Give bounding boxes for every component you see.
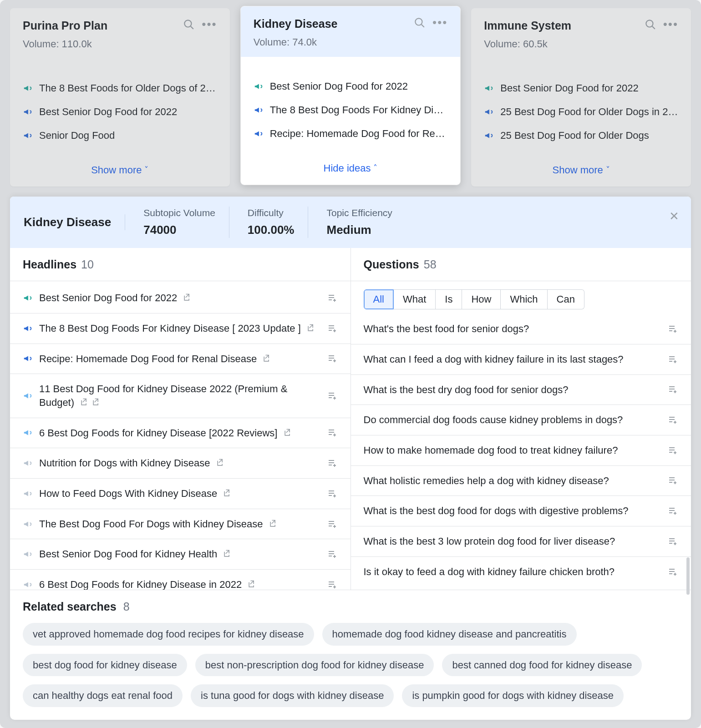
card-volume: Volume: 74.0k (254, 35, 338, 49)
question-row[interactable]: How to make homemade dog food to treat k… (351, 435, 691, 466)
add-to-list-icon[interactable] (667, 506, 678, 516)
external-link-icon[interactable] (223, 488, 232, 497)
add-to-list-icon[interactable] (327, 519, 338, 530)
scrollbar-thumb[interactable] (686, 557, 690, 595)
megaphone-icon (23, 293, 33, 303)
external-link-icon[interactable] (283, 427, 292, 436)
idea-line[interactable]: Senior Dog Food (23, 129, 217, 142)
megaphone-icon (254, 81, 264, 91)
add-to-list-icon[interactable] (667, 445, 678, 456)
question-row[interactable]: What can I feed a dog with kidney failur… (351, 344, 691, 375)
filter-what[interactable]: What (394, 289, 436, 309)
filter-all[interactable]: All (364, 289, 394, 309)
external-link-icon[interactable] (306, 323, 315, 332)
question-row[interactable]: What is the best dog food for dogs with … (351, 496, 691, 526)
headline-row[interactable]: 6 Best Dog Foods for Kidney Disease [202… (10, 418, 350, 449)
question-row[interactable]: What is the best 3 low protein dog food … (351, 526, 691, 557)
add-to-list-icon[interactable] (667, 324, 678, 334)
related-chip[interactable]: homemade dog food kidney disease and pan… (322, 623, 577, 646)
idea-line[interactable]: Best Senior Dog Food for 2022 (254, 80, 448, 93)
add-to-list-icon[interactable] (667, 536, 678, 547)
question-row[interactable]: Do commercial dog foods cause kidney pro… (351, 405, 691, 435)
more-icon[interactable]: ••• (202, 18, 217, 30)
headline-label: Nutrition for Dogs with Kidney Disease (39, 456, 320, 470)
question-text: What holistic remedies help a dog with k… (364, 474, 661, 488)
idea-line[interactable]: Best Senior Dog Food for 2022 (23, 105, 217, 119)
add-to-list-icon[interactable] (667, 384, 678, 395)
external-link-icon[interactable] (262, 353, 271, 362)
external-link-icon[interactable] (91, 397, 101, 406)
external-link-icon[interactable] (269, 518, 278, 527)
add-to-list-icon[interactable] (327, 353, 338, 364)
more-icon[interactable]: ••• (432, 16, 447, 28)
more-icon[interactable]: ••• (663, 18, 678, 30)
external-link-icon[interactable] (183, 292, 192, 301)
filter-which[interactable]: Which (501, 289, 547, 309)
headline-row[interactable]: Recipe: Homemade Dog Food for Renal Dise… (10, 344, 350, 374)
add-to-list-icon[interactable] (667, 354, 678, 365)
add-to-list-icon[interactable] (327, 323, 338, 334)
related-chip[interactable]: is pumpkin good for dogs with kidney dis… (402, 684, 624, 707)
search-icon[interactable] (183, 18, 194, 30)
related-chip[interactable]: best dog food for kidney disease (23, 654, 187, 677)
filter-how[interactable]: How (462, 289, 501, 309)
headline-row[interactable]: 6 Best Dog Foods for Kidney Disease in 2… (10, 570, 350, 590)
question-text: What is the best dry dog food for senior… (364, 383, 661, 397)
headline-row[interactable]: Best Senior Dog Food for Kidney Health (10, 539, 350, 570)
add-to-list-icon[interactable] (327, 390, 338, 401)
megaphone-icon (23, 489, 33, 499)
topic-card[interactable]: Immune System Volume: 60.5k ••• Best Sen… (471, 8, 691, 187)
idea-line[interactable]: Best Senior Dog Food for 2022 (484, 81, 678, 95)
add-to-list-icon[interactable] (327, 488, 338, 499)
add-to-list-icon[interactable] (667, 566, 678, 577)
headline-row[interactable]: Best Senior Dog Food for 2022 (10, 283, 350, 313)
question-row[interactable]: What holistic remedies help a dog with k… (351, 466, 691, 496)
megaphone-icon (23, 391, 33, 401)
headline-row[interactable]: The 8 Best Dog Foods For Kidney Disease … (10, 313, 350, 344)
add-to-list-icon[interactable] (667, 475, 678, 486)
search-icon[interactable] (644, 18, 656, 30)
headline-text: Recipe: Homemade Dog Food for Renal Dise… (39, 353, 257, 364)
close-icon[interactable]: ✕ (669, 208, 679, 224)
related-chip[interactable]: best canned dog food for kidney disease (442, 654, 642, 677)
related-chip[interactable]: is tuna good for dogs with kidney diseas… (191, 684, 394, 707)
add-to-list-icon[interactable] (327, 458, 338, 469)
question-row[interactable]: What is the best dry dog food for senior… (351, 375, 691, 405)
question-row[interactable]: What's the best food for senior dogs? (351, 314, 691, 344)
question-row[interactable]: Is it okay to feed a dog with kidney fai… (351, 557, 691, 587)
add-to-list-icon[interactable] (327, 427, 338, 438)
related-chip[interactable]: best non-prescription dog food for kidne… (195, 654, 434, 677)
external-link-icon[interactable] (80, 397, 89, 406)
filter-can[interactable]: Can (548, 289, 584, 309)
stat-difficulty: Difficulty 100.00% (248, 207, 309, 238)
external-link-icon[interactable] (216, 457, 225, 466)
related-chip[interactable]: vet approved homemade dog food recipes f… (23, 623, 314, 646)
headline-row[interactable]: 11 Best Dog Food for Kidney Disease 2022… (10, 374, 350, 418)
topic-card[interactable]: Kidney Disease Volume: 74.0k ••• Best Se… (241, 6, 461, 185)
filter-is[interactable]: Is (436, 289, 462, 309)
external-link-icon[interactable] (247, 579, 256, 588)
add-to-list-icon[interactable] (667, 415, 678, 425)
headline-row[interactable]: How to Feed Dogs With Kidney Disease (10, 479, 350, 509)
idea-line[interactable]: 25 Best Dog Food for Older Dogs in 2022 (484, 105, 678, 119)
questions-column: Questions 58 AllWhatIsHowWhichCan What's… (351, 248, 691, 590)
add-to-list-icon[interactable] (327, 293, 338, 303)
idea-line[interactable]: Recipe: Homemade Dog Food for Renal ... (254, 127, 448, 141)
hide-ideas-button[interactable]: Hide ideas ˄ (241, 156, 461, 185)
show-more-button[interactable]: Show more ˅ (471, 158, 691, 187)
idea-line[interactable]: The 8 Best Foods for Older Dogs of 2022 (23, 81, 217, 95)
idea-line[interactable]: The 8 Best Dog Foods For Kidney Diseas..… (254, 103, 448, 117)
card-volume: Volume: 110.0k (23, 37, 107, 51)
idea-line[interactable]: 25 Best Dog Food for Older Dogs (484, 129, 678, 142)
related-chip[interactable]: can healthy dogs eat renal food (23, 684, 183, 707)
topic-card[interactable]: Purina Pro Plan Volume: 110.0k ••• The 8… (10, 8, 230, 187)
show-more-button[interactable]: Show more ˅ (10, 158, 230, 187)
megaphone-icon (23, 324, 33, 334)
card-title-wrap: Kidney Disease Volume: 74.0k (254, 16, 338, 49)
add-to-list-icon[interactable] (327, 579, 338, 590)
headline-row[interactable]: Nutrition for Dogs with Kidney Disease (10, 448, 350, 479)
add-to-list-icon[interactable] (327, 549, 338, 560)
search-icon[interactable] (413, 16, 425, 28)
external-link-icon[interactable] (223, 548, 232, 557)
headline-row[interactable]: The Best Dog Food For Dogs with Kidney D… (10, 509, 350, 540)
